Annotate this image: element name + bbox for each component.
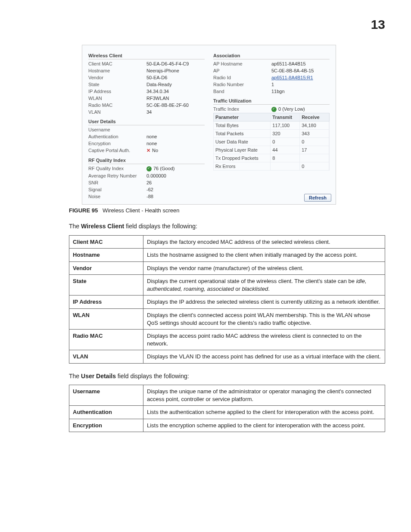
- traffic-row: Physical Layer Rate4417: [213, 146, 330, 154]
- kv-row: RF Quality Index76 (Good): [88, 165, 205, 172]
- traffic-table-head: Parameter Transmit Receive: [213, 113, 330, 121]
- traffic-row: Total Packets320343: [213, 130, 330, 138]
- section-rf-quality: RF Quality Index: [88, 157, 205, 164]
- x-icon: ✕: [146, 148, 150, 153]
- kv-row: StateData-Ready: [88, 81, 205, 88]
- left-column: Wireless Client Client MAC50-EA-D6-45-F4…: [88, 50, 205, 200]
- kv-row: Radio Idap6511-8A4B15:R1: [213, 74, 330, 81]
- kv-row: Client MAC50-EA-D6-45-F4-C9: [88, 60, 205, 67]
- table-row: StateDisplays the current operational st…: [69, 275, 385, 296]
- section-association: Association: [213, 52, 330, 59]
- kv-row: HostnameNeerajs-iPhone: [88, 67, 205, 74]
- kv-row: Encryptionnone: [88, 140, 205, 147]
- kv-row: Radio MAC5C-0E-8B-8E-2F-60: [88, 102, 205, 109]
- chapter-number: 13: [26, 17, 385, 32]
- kv-row: Vendor50-EA-D6: [88, 74, 205, 81]
- intro-text-2: The User Details field displays the foll…: [69, 372, 385, 381]
- kv-row: Average Retry Number0.000000: [88, 172, 205, 179]
- kv-row: Authenticationnone: [88, 133, 205, 140]
- section-traffic: Traffic Utilization: [213, 97, 330, 105]
- traffic-row: Total Bytes117,10034,180: [213, 121, 330, 130]
- kv-row: VLAN34: [88, 109, 205, 115]
- right-column: Association AP Hostnameap6511-8A4B15AP5C…: [213, 50, 330, 200]
- radio-id-link[interactable]: ap6511-8A4B15:R1: [271, 75, 313, 80]
- app-screenshot: Wireless Client Client MAC50-EA-D6-45-F4…: [82, 45, 336, 205]
- status-dot-icon: [271, 107, 277, 112]
- section-wireless-client: Wireless Client: [88, 52, 205, 59]
- traffic-index-row: Traffic Index 0 (Very Low): [213, 106, 330, 113]
- kv-row: Username: [88, 126, 205, 133]
- table-row: AuthenticationLists the authentication s…: [69, 406, 385, 419]
- table-row: UsernameDisplays the unique name of the …: [69, 385, 385, 406]
- kv-row: Noise-88: [88, 193, 205, 200]
- table-row: IP AddressDisplays the IP address the se…: [69, 296, 385, 309]
- table-row: Radio MACDisplays the access point radio…: [69, 330, 385, 350]
- table-row: EncryptionLists the encryption scheme ap…: [69, 419, 385, 432]
- traffic-index-value: 0 (Very Low): [271, 106, 330, 112]
- table-row: HostnameLists the hostname assigned to t…: [69, 249, 385, 262]
- kv-row: Captive Portal Auth.✕No: [88, 147, 205, 154]
- traffic-row: Rx Errors0: [213, 162, 330, 171]
- wireless-client-desc-table: Client MACDisplays the factory encoded M…: [69, 235, 385, 364]
- table-row: VendorDisplays the vendor name (manufact…: [69, 261, 385, 275]
- traffic-row: Tx Dropped Packets8: [213, 154, 330, 162]
- traffic-index-label: Traffic Index: [213, 106, 271, 112]
- traffic-row: User Data Rate00: [213, 138, 330, 146]
- refresh-button[interactable]: Refresh: [304, 194, 331, 202]
- kv-row: SNR26: [88, 179, 205, 186]
- table-row: WLANDisplays the client's connected acce…: [69, 308, 385, 329]
- kv-row: Signal-62: [88, 186, 205, 193]
- figure-caption: FIGURE 95 Wireless Client - Health scree…: [69, 207, 385, 214]
- intro-text-1: The Wireless Client field displays the f…: [69, 222, 385, 231]
- kv-row: IP Address34.34.0.34: [88, 88, 205, 95]
- section-user-details: User Details: [88, 118, 205, 125]
- kv-row: AP5C-0E-8B-8A-4B-15: [213, 67, 330, 74]
- table-row: VLANDisplays the VLAN ID the access poin…: [69, 350, 385, 364]
- kv-row: Band11bgn: [213, 88, 330, 95]
- user-details-desc-table: UsernameDisplays the unique name of the …: [69, 385, 385, 432]
- table-row: Client MACDisplays the factory encoded M…: [69, 235, 385, 249]
- kv-row: AP Hostnameap6511-8A4B15: [213, 60, 330, 67]
- kv-row: WLANRF3WLAN: [88, 95, 205, 102]
- status-dot-icon: [146, 166, 152, 171]
- kv-row: Radio Number1: [213, 81, 330, 88]
